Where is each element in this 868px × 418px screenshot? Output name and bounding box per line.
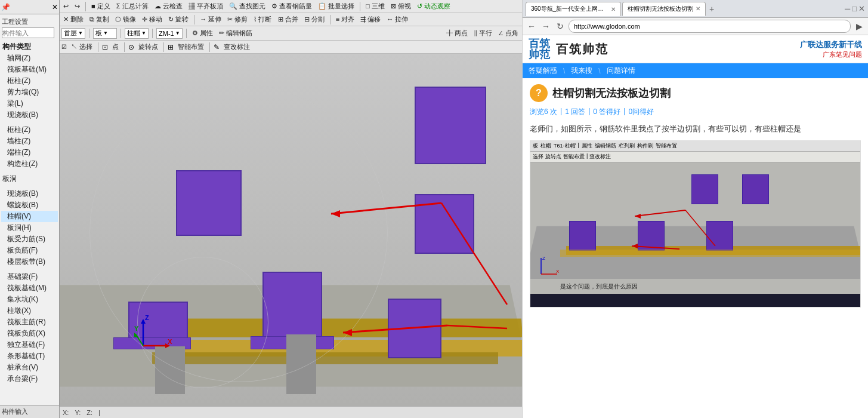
tree-item[interactable]: 墙柱(Z) — [1, 136, 58, 147]
point-select-btn[interactable]: 点 — [110, 42, 121, 52]
sep — [85, 2, 86, 11]
align-btn[interactable]: ▦ 平齐板顶 — [187, 1, 225, 11]
answer-count[interactable]: 1 回答 — [565, 107, 585, 117]
move-btn[interactable]: ✛ 移动 — [140, 14, 164, 24]
mirror-btn[interactable]: ⬡ 镜像 — [113, 14, 138, 24]
back-btn[interactable]: ← — [526, 20, 538, 32]
tree-item[interactable]: 构造柱(Z) — [1, 158, 58, 170]
mini-tb-sep: | — [578, 142, 579, 150]
sep6 — [121, 29, 121, 38]
help-item-answers[interactable]: 答疑解惑 — [529, 66, 557, 76]
component-input-label[interactable]: 构件输入 — [0, 405, 59, 418]
go-btn[interactable]: ▶ — [853, 20, 865, 32]
good-answer[interactable]: 0 答得好 — [593, 107, 620, 117]
column-left — [155, 346, 185, 394]
close-icon[interactable]: ✕ — [52, 3, 58, 11]
tab-question-close[interactable]: ✕ — [696, 5, 700, 12]
ad-help-text[interactable]: 广东笔见问题 — [823, 50, 862, 59]
top-view-btn[interactable]: ⊠ 俯视 — [389, 1, 413, 11]
3d-view-btn[interactable]: □ 三维 — [364, 1, 387, 11]
trim-btn[interactable]: ✂ 修剪 — [226, 14, 249, 24]
tree-item[interactable]: 轴网(Z) — [1, 53, 58, 64]
good-question[interactable]: 0问得好 — [628, 107, 654, 117]
check-rebar-btn[interactable]: ⚙ 查看钢筋量 — [270, 1, 314, 11]
cloud-check-btn[interactable]: ☁ 云检查 — [153, 1, 184, 11]
align-el-btn[interactable]: ≡ 对齐 — [334, 14, 356, 24]
tree-item[interactable]: 螺旋板(B) — [1, 199, 58, 211]
ad-logo: 百筑 帅范 — [529, 38, 550, 60]
sum-calc-btn[interactable]: Σ 汇总计算 — [115, 1, 150, 11]
undo-btn[interactable]: ↩ — [61, 2, 70, 11]
tree-item[interactable]: 筏板基础(M) — [1, 282, 58, 294]
tree-item-column-cap[interactable]: 柱帽(V) — [1, 211, 58, 222]
batch-select-btn[interactable]: 📋 批量选择 — [316, 1, 356, 11]
tree-item[interactable]: 现浇板(B) — [1, 188, 58, 199]
copy-btn[interactable]: ⧉ 复制 — [88, 14, 111, 24]
tree-item[interactable]: 独立基础(F) — [1, 339, 58, 351]
address-input[interactable] — [569, 20, 851, 33]
tree-item[interactable]: 梁(L) — [1, 98, 58, 109]
new-tab-btn[interactable]: + — [707, 4, 716, 14]
tree-item[interactable]: 板受力筋(S) — [1, 233, 58, 245]
find-diagram-btn[interactable]: 🔍 查找图元 — [227, 1, 267, 11]
maximize-btn[interactable]: □ — [852, 4, 857, 13]
left-toolbar: 📌 ✕ — [0, 0, 59, 14]
tree-item[interactable]: 筏板主筋(R) — [1, 316, 58, 328]
tree-item[interactable]: 基础梁(F) — [1, 271, 58, 282]
tab-360[interactable]: 360导航_新一代安全上网导航 ✕ — [526, 2, 621, 16]
tree-item[interactable]: 筏板负筋(X) — [1, 328, 58, 339]
rotate-point-btn[interactable]: 旋转点 — [137, 42, 160, 52]
tree-item[interactable]: 剪力墙(Q) — [1, 87, 58, 98]
tree-item[interactable]: 框柱(Z) — [1, 124, 58, 136]
refresh-btn[interactable]: ↻ — [554, 20, 566, 32]
stretch-btn[interactable]: ↔ 拉伸 — [385, 14, 410, 24]
minimize-btn[interactable]: ─ — [845, 4, 850, 13]
property-btn[interactable]: ⚙ 属性 — [190, 28, 215, 38]
rotate-btn[interactable]: ↻ 旋转 — [166, 14, 190, 24]
tree-item[interactable]: 集水坑(K) — [1, 294, 58, 305]
tree-item[interactable]: 楼层板带(B) — [1, 256, 58, 268]
tree-item[interactable]: 端柱(Z) — [1, 147, 58, 158]
smart-layout-btn[interactable]: 智能布置 — [176, 42, 206, 52]
name-dropdown[interactable]: ZM-1 ▼ — [156, 28, 183, 39]
extend-btn[interactable]: → 延伸 — [198, 14, 223, 24]
point-angle-btn[interactable]: ∠ 点角 — [496, 28, 520, 38]
help-item-search[interactable]: 我来搜 — [571, 66, 592, 76]
col-cap-top-right — [415, 87, 486, 164]
two-point-btn[interactable]: ╂ 两点 — [444, 28, 469, 38]
tree-item[interactable]: 条形基础(T) — [1, 351, 58, 362]
tab-360-close[interactable]: ✕ — [611, 6, 616, 13]
parallel-btn[interactable]: ∥ 平行 — [472, 28, 494, 38]
tree-item[interactable]: 板洞(H) — [1, 222, 58, 233]
define-btn[interactable]: ■ 定义 — [89, 1, 112, 11]
floor-dropdown[interactable]: 首层 ▼ — [61, 28, 85, 39]
tree-item[interactable]: 桩承台(V) — [1, 362, 58, 373]
3d-viewport[interactable]: Z X Y — [60, 54, 522, 406]
tree-item[interactable]: 柱墩(X) — [1, 305, 58, 316]
browser-close-btn[interactable]: ✕ — [858, 4, 865, 13]
pin-icon[interactable]: 📌 — [1, 3, 10, 11]
tree-item[interactable]: 框柱(Z) — [1, 75, 58, 87]
forward-btn[interactable]: → — [540, 20, 552, 32]
edit-rebar-btn[interactable]: ✏ 编辑钢筋 — [217, 28, 254, 38]
tree-item[interactable]: 板负筋(F) — [1, 245, 58, 256]
break-btn[interactable]: ⌇ 打断 — [252, 14, 273, 24]
tab-question[interactable]: 柱帽切割无法按板边切割 ✕ — [622, 2, 706, 16]
merge-btn[interactable]: ⊞ 合并 — [276, 14, 300, 24]
type-dropdown[interactable]: 板 ▼ — [93, 28, 117, 39]
tree-item[interactable]: 承台梁(F) — [1, 373, 58, 385]
check-mark-btn[interactable]: 查改标注 — [222, 42, 252, 52]
col-cap-mid-right — [415, 194, 474, 254]
component-search-input[interactable] — [2, 27, 54, 38]
tree-item[interactable]: 现浇板(B) — [1, 109, 58, 121]
delete-btn[interactable]: ✕ 删除 — [61, 14, 85, 24]
component-dropdown[interactable]: 柱帽 ▼ — [125, 28, 149, 39]
offset-btn[interactable]: ⇶ 偏移 — [359, 14, 382, 24]
split-btn[interactable]: ⊟ 分割 — [302, 14, 326, 24]
select-btn[interactable]: ↖ 选择 — [69, 42, 94, 52]
redo-btn[interactable]: ↪ — [73, 2, 82, 11]
tree-item[interactable]: 筏板基础(M) — [1, 64, 58, 75]
tree-item[interactable]: 构件类型 — [1, 41, 58, 53]
dynamic-view-btn[interactable]: ↺ 动态观察 — [415, 1, 452, 11]
help-item-detail[interactable]: 问题详情 — [607, 66, 635, 76]
